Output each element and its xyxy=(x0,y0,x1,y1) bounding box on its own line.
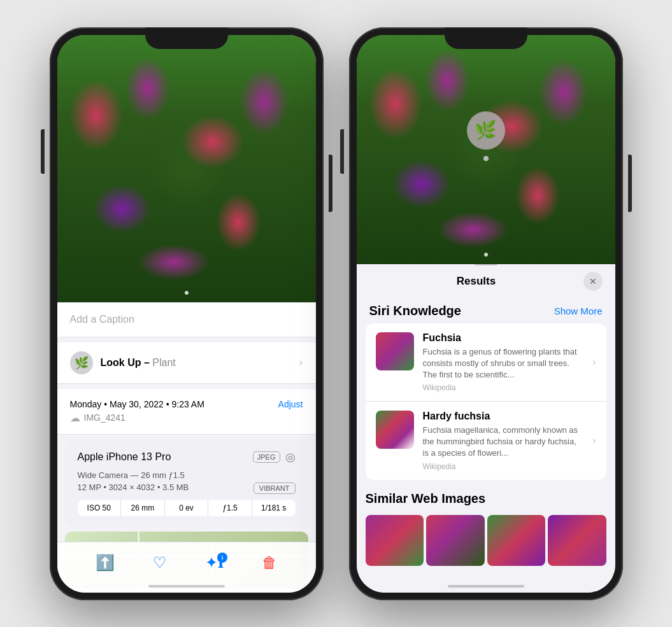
vibrant-badge: VIBRANT xyxy=(254,483,296,494)
photo-dot-2 xyxy=(484,253,488,257)
siri-dot xyxy=(483,156,489,161)
exif-row: ISO 50 26 mm 0 ev ƒ1.5 1/181 s xyxy=(78,500,296,516)
phone-1-inner: Add a Caption 🌿 Look Up – Plant › xyxy=(57,35,316,593)
phone-2: 🌿 Results ✕ Siri Knowledge Show xyxy=(349,27,623,600)
hardy-text: Hardy fuchsia Fuchsia magellanica, commo… xyxy=(423,411,582,471)
results-header: Results ✕ xyxy=(357,264,615,296)
fuchsia-chevron-icon: › xyxy=(592,356,596,368)
date-text: Monday • May 30, 2022 • 9:23 AM xyxy=(70,399,204,409)
hardy-desc: Fuchsia magellanica, commonly known as t… xyxy=(423,425,582,460)
similar-images-row xyxy=(366,515,606,566)
results-title: Results xyxy=(369,275,583,288)
share-button[interactable]: ⬆️ xyxy=(96,554,115,572)
exif-iso: ISO 50 xyxy=(78,500,122,516)
filename: IMG_4241 xyxy=(84,412,125,423)
location-icon: ◎ xyxy=(285,450,296,464)
flower-bg-1 xyxy=(57,35,316,302)
camera-section: Apple iPhone 13 Pro JPEG ◎ Wide Camera —… xyxy=(65,440,308,526)
drag-handle xyxy=(475,264,497,265)
fuchsia-name: Fuchsia xyxy=(423,332,582,344)
home-bar-1 xyxy=(148,585,225,588)
flower-photo-2: 🌿 xyxy=(357,35,615,264)
siri-knowledge-title: Siri Knowledge xyxy=(369,304,461,318)
flower-bg-2 xyxy=(357,35,615,264)
close-button[interactable]: ✕ xyxy=(583,272,603,291)
delete-button[interactable]: 🗑 xyxy=(262,554,277,572)
show-more-button[interactable]: Show More xyxy=(554,306,603,316)
similar-section: Similar Web Images xyxy=(357,484,615,566)
lookup-chevron-icon: › xyxy=(299,356,303,369)
similar-image-2[interactable] xyxy=(426,515,485,566)
photo-dot-1 xyxy=(185,291,189,295)
siri-knowledge-header: Siri Knowledge Show More xyxy=(357,296,615,323)
phone-1: Add a Caption 🌿 Look Up – Plant › xyxy=(50,27,324,600)
lens-info: Wide Camera — 26 mm ƒ1.5 xyxy=(78,470,296,480)
phone-2-inner: 🌿 Results ✕ Siri Knowledge Show xyxy=(357,35,615,593)
caption-placeholder: Add a Caption xyxy=(70,314,134,325)
hardy-name: Hardy fuchsia xyxy=(423,411,582,422)
info-badge-dot: i xyxy=(217,553,227,563)
similar-header: Similar Web Images xyxy=(366,484,606,511)
format-badges: JPEG ◎ xyxy=(253,450,296,464)
fuchsia-source: Wikipedia xyxy=(423,383,582,392)
notch-1 xyxy=(145,27,228,49)
siri-button[interactable]: 🌿 xyxy=(467,111,505,150)
hardy-source: Wikipedia xyxy=(423,462,582,471)
knowledge-item-hardy[interactable]: Hardy fuchsia Fuchsia magellanica, commo… xyxy=(366,402,606,480)
fuchsia-text: Fuchsia Fuchsia is a genus of flowering … xyxy=(423,332,582,393)
exif-ev: 0 ev xyxy=(165,500,209,516)
lookup-label: Look Up – Plant xyxy=(101,357,176,369)
info-button[interactable]: ✦ℹ i xyxy=(205,554,224,572)
knowledge-item-fuchsia[interactable]: Fuchsia Fuchsia is a genus of flowering … xyxy=(366,323,606,402)
hardy-thumb-image xyxy=(376,411,414,449)
knowledge-card: Fuchsia Fuchsia is a genus of flowering … xyxy=(366,323,606,480)
similar-title: Similar Web Images xyxy=(366,491,486,506)
exif-shutter: 1/181 s xyxy=(252,500,296,516)
notch-2 xyxy=(445,27,527,49)
home-bar-2 xyxy=(448,585,524,588)
phones-container: Add a Caption 🌿 Look Up – Plant › xyxy=(50,27,623,600)
results-panel: Results ✕ Siri Knowledge Show More xyxy=(357,264,615,593)
similar-image-4[interactable] xyxy=(548,515,606,566)
phone2-content: 🌿 Results ✕ Siri Knowledge Show xyxy=(357,35,615,593)
flower-photo-1 xyxy=(57,35,316,302)
caption-area[interactable]: Add a Caption xyxy=(57,302,316,337)
similar-image-1[interactable] xyxy=(366,515,424,566)
cloud-icon: ☁ xyxy=(70,412,80,424)
hardy-chevron-icon: › xyxy=(592,435,596,446)
similar-image-3[interactable] xyxy=(487,515,546,566)
lookup-row[interactable]: 🌿 Look Up – Plant › xyxy=(57,342,316,384)
hardy-thumbnail xyxy=(376,411,414,449)
exif-focal: 26 mm xyxy=(121,500,165,516)
format-badge: JPEG xyxy=(253,451,280,463)
fuchsia-desc: Fuchsia is a genus of flowering plants t… xyxy=(423,346,582,381)
adjust-button[interactable]: Adjust xyxy=(278,399,303,409)
camera-model: Apple iPhone 13 Pro xyxy=(78,451,171,463)
lookup-icon: 🌿 xyxy=(70,351,93,374)
date-section: Monday • May 30, 2022 • 9:23 AM Adjust ☁… xyxy=(57,389,316,435)
fuchsia-thumb-image xyxy=(376,332,414,370)
resolution-info: 12 MP • 3024 × 4032 • 3.5 MB xyxy=(78,483,189,492)
phone1-content: Add a Caption 🌿 Look Up – Plant › xyxy=(57,35,316,593)
exif-aperture: ƒ1.5 xyxy=(208,500,252,516)
fuchsia-thumbnail xyxy=(376,332,414,370)
favorite-button[interactable]: ♡ xyxy=(153,554,167,572)
